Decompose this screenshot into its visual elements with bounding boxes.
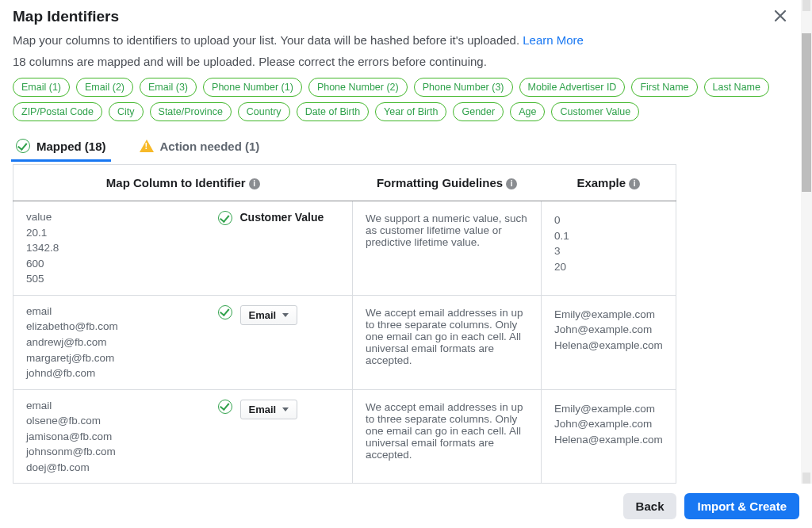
sample-value: 1342.8 xyxy=(26,240,193,256)
identifier-chip: Phone Number (3) xyxy=(414,78,513,97)
description-text: Map your columns to identifiers to uploa… xyxy=(13,33,523,47)
page-title: Map Identifiers xyxy=(13,8,119,25)
sample-cell: value20.11342.8600505 xyxy=(13,201,205,296)
sample-value: olsene@fb.com xyxy=(26,413,193,429)
sample-value: jamisona@fb.com xyxy=(26,429,193,445)
identifier-dropdown[interactable]: Email xyxy=(240,305,298,325)
import-create-button[interactable]: Import & Create xyxy=(684,493,799,519)
identifier-chip: City xyxy=(109,102,144,121)
example-cell: 00.1320 xyxy=(542,201,676,296)
warning-triangle-icon xyxy=(140,140,154,152)
sample-value: margaretj@fb.com xyxy=(26,350,193,366)
identifier-chip: Year of Birth xyxy=(375,102,446,121)
guidelines-cell: We accept email addresses in up to three… xyxy=(353,295,542,389)
example-value: Emily@example.com xyxy=(554,401,663,417)
mapping-table: Map Column to Identifieri Formatting Gui… xyxy=(13,164,676,484)
identifier-chip: Mobile Advertiser ID xyxy=(519,78,626,97)
sample-value: doej@fb.com xyxy=(26,460,193,476)
identifier-chips: Email (1)Email (2)Email (3)Phone Number … xyxy=(13,78,788,121)
info-icon[interactable]: i xyxy=(506,178,517,189)
scrollbar[interactable] xyxy=(801,0,812,484)
sample-cell: emailelizabetho@fb.comandrewj@fb.commarg… xyxy=(13,295,205,389)
guidelines-cell: We support a numeric value, such as cust… xyxy=(353,201,542,296)
sample-value: andrewj@fb.com xyxy=(26,335,193,350)
col-header-example: Examplei xyxy=(542,165,676,201)
identifier-dropdown-label: Email xyxy=(249,309,277,321)
identifier-dropdown[interactable]: Email xyxy=(240,400,298,419)
chevron-down-icon xyxy=(282,407,289,411)
example-value: 0.1 xyxy=(554,228,663,244)
sample-value: johnsonm@fb.com xyxy=(26,444,193,460)
example-cell: Emily@example.comJohn@example.comHelena@… xyxy=(542,295,676,389)
example-value: Helena@example.com xyxy=(554,432,663,448)
table-row: value20.11342.8600505Customer ValueWe su… xyxy=(13,201,676,296)
identifier-chip: Email (1) xyxy=(13,78,70,97)
identifier-chip: Customer Value xyxy=(551,102,639,121)
scrollbar-thumb[interactable] xyxy=(802,33,811,192)
tab-mapped-label: Mapped (18) xyxy=(36,140,106,153)
identifier-label: Customer Value xyxy=(240,211,324,224)
identifier-chip: Email (3) xyxy=(140,78,197,97)
example-value: John@example.com xyxy=(554,322,663,338)
description: Map your columns to identifiers to uploa… xyxy=(13,33,788,47)
example-value: John@example.com xyxy=(554,416,663,432)
example-cell: Emily@example.comJohn@example.comHelena@… xyxy=(542,389,676,484)
check-circle-icon xyxy=(218,400,232,414)
sample-value: 600 xyxy=(26,256,193,272)
sample-header: email xyxy=(26,398,193,414)
example-value: Helena@example.com xyxy=(554,338,663,354)
identifier-chip: Age xyxy=(510,102,545,121)
col-header-map: Map Column to Identifieri xyxy=(13,165,353,201)
example-value: Emily@example.com xyxy=(554,307,663,323)
check-circle-icon xyxy=(16,139,30,153)
sample-cell: emailolsene@fb.comjamisona@fb.comjohnson… xyxy=(13,389,205,484)
info-icon[interactable]: i xyxy=(249,178,260,189)
identifier-cell: Customer Value xyxy=(205,201,353,296)
example-value: 20 xyxy=(554,259,663,275)
identifier-chip: Date of Birth xyxy=(297,102,369,121)
chevron-down-icon xyxy=(282,313,289,317)
learn-more-link[interactable]: Learn More xyxy=(523,33,584,47)
status-line: 18 columns are mapped and will be upload… xyxy=(13,55,788,68)
identifier-chip: ZIP/Postal Code xyxy=(13,102,102,121)
tab-mapped[interactable]: Mapped (18) xyxy=(13,132,109,161)
identifier-chip: Country xyxy=(238,102,290,121)
identifier-chip: Gender xyxy=(453,102,504,121)
tab-action-needed[interactable]: Action needed (1) xyxy=(136,132,263,161)
sample-header: email xyxy=(26,304,193,319)
identifier-cell: Email xyxy=(205,389,353,484)
sample-value: 505 xyxy=(26,271,193,287)
identifier-cell: Email xyxy=(205,295,353,389)
check-circle-icon xyxy=(218,305,232,319)
example-value: 0 xyxy=(554,212,663,228)
sample-value: 20.1 xyxy=(26,225,193,241)
tabs: Mapped (18) Action needed (1) xyxy=(13,132,788,161)
info-icon[interactable]: i xyxy=(629,178,640,189)
identifier-chip: Last Name xyxy=(704,78,769,97)
sample-value: elizabetho@fb.com xyxy=(26,319,193,335)
identifier-chip: Phone Number (2) xyxy=(308,78,408,97)
sample-header: value xyxy=(26,209,193,225)
back-button[interactable]: Back xyxy=(623,493,677,519)
identifier-chip: Email (2) xyxy=(76,78,133,97)
tab-action-needed-label: Action needed (1) xyxy=(160,140,260,153)
close-icon[interactable] xyxy=(772,8,788,24)
identifier-dropdown-label: Email xyxy=(249,404,277,415)
footer: Back Import & Create xyxy=(0,484,812,528)
table-row: emailolsene@fb.comjamisona@fb.comjohnson… xyxy=(13,389,676,484)
example-value: 3 xyxy=(554,243,663,259)
guidelines-cell: We accept email addresses in up to three… xyxy=(353,389,542,484)
col-header-guidelines: Formatting Guidelinesi xyxy=(353,165,542,201)
sample-value: johnd@fb.com xyxy=(26,365,193,381)
identifier-chip: First Name xyxy=(631,78,697,97)
table-row: emailelizabetho@fb.comandrewj@fb.commarg… xyxy=(13,295,676,389)
identifier-chip: Phone Number (1) xyxy=(203,78,302,97)
check-circle-icon xyxy=(218,211,232,225)
identifier-chip: State/Province xyxy=(150,102,232,121)
